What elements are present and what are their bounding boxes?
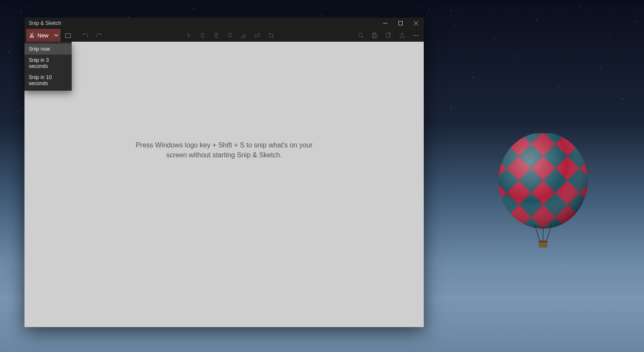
svg-rect-30 [531, 229, 556, 254]
svg-point-47 [358, 33, 362, 37]
svg-rect-5 [580, 133, 590, 156]
svg-rect-8 [555, 133, 580, 156]
eraser-button[interactable] [237, 29, 250, 42]
svg-point-44 [32, 36, 34, 38]
svg-rect-45 [65, 34, 70, 37]
svg-rect-29 [507, 205, 531, 230]
new-snip-label: New [37, 32, 49, 39]
toolbar: New [24, 29, 424, 42]
save-button[interactable] [368, 29, 381, 42]
ruler-button[interactable] [251, 29, 264, 42]
svg-rect-15 [507, 133, 531, 156]
svg-rect-2 [496, 133, 590, 254]
svg-rect-42 [399, 21, 403, 25]
svg-rect-19 [496, 133, 507, 156]
svg-rect-41 [539, 241, 547, 242]
svg-rect-24 [507, 181, 531, 205]
new-snip-dropdown-button[interactable] [52, 33, 61, 37]
svg-rect-23 [496, 156, 507, 181]
svg-rect-28 [496, 181, 507, 205]
svg-point-53 [417, 35, 418, 36]
new-snip-button[interactable]: New [26, 32, 52, 39]
ballpoint-pen-button[interactable] [196, 29, 209, 42]
redo-button[interactable] [92, 29, 105, 42]
open-file-button[interactable] [61, 29, 74, 42]
svg-rect-17 [555, 181, 580, 205]
undo-button[interactable] [79, 29, 91, 42]
more-button[interactable] [409, 29, 422, 42]
copy-button[interactable] [382, 29, 395, 42]
svg-rect-26 [555, 229, 580, 254]
svg-rect-36 [568, 133, 590, 144]
snip-icon [29, 32, 35, 38]
touch-writing-button[interactable] [182, 29, 195, 42]
dropdown-item-snip-3s[interactable]: Snip in 3 seconds [24, 55, 72, 72]
svg-rect-13 [555, 156, 580, 181]
svg-rect-14 [580, 181, 590, 205]
svg-rect-9 [580, 156, 590, 181]
pencil-button[interactable] [210, 29, 222, 42]
svg-rect-50 [386, 33, 389, 37]
dropdown-item-snip-now[interactable]: Snip now [24, 43, 72, 55]
svg-rect-16 [531, 156, 556, 181]
svg-point-43 [30, 36, 31, 38]
dropdown-item-snip-10s[interactable]: Snip in 10 seconds [24, 72, 72, 89]
zoom-button[interactable] [354, 29, 367, 42]
svg-rect-21 [531, 181, 556, 205]
svg-rect-32 [496, 205, 507, 230]
svg-point-1 [498, 133, 588, 229]
svg-point-52 [415, 35, 416, 36]
share-button[interactable] [395, 29, 408, 42]
maximize-button[interactable] [393, 18, 408, 29]
svg-rect-12 [531, 133, 556, 156]
svg-rect-46 [255, 33, 260, 37]
canvas-hint-text: Press Windows logo key + Shift + S to sn… [134, 140, 314, 160]
snip-sketch-window: Snip & Sketch New [24, 18, 424, 327]
window-title: Snip & Sketch [29, 20, 61, 26]
svg-rect-40 [539, 241, 547, 248]
highlighter-button[interactable] [223, 29, 236, 42]
svg-rect-20 [507, 156, 531, 181]
canvas-area: Press Windows logo key + Shift + S to sn… [24, 42, 424, 327]
svg-point-39 [498, 133, 588, 229]
new-snip-dropdown-menu: Snip now Snip in 3 seconds Snip in 10 se… [24, 42, 72, 91]
desktop-balloon-image [496, 133, 590, 254]
titlebar[interactable]: Snip & Sketch [24, 18, 424, 29]
minimize-button[interactable] [377, 18, 393, 29]
svg-point-51 [413, 35, 414, 36]
svg-rect-22 [555, 205, 580, 230]
svg-rect-18 [580, 205, 590, 230]
crop-button[interactable] [264, 29, 277, 42]
svg-rect-33 [507, 229, 531, 254]
close-button[interactable] [408, 18, 424, 29]
new-snip-split-button[interactable]: New [26, 29, 61, 42]
svg-rect-48 [373, 36, 376, 38]
svg-rect-49 [373, 33, 375, 34]
svg-rect-25 [531, 205, 556, 230]
